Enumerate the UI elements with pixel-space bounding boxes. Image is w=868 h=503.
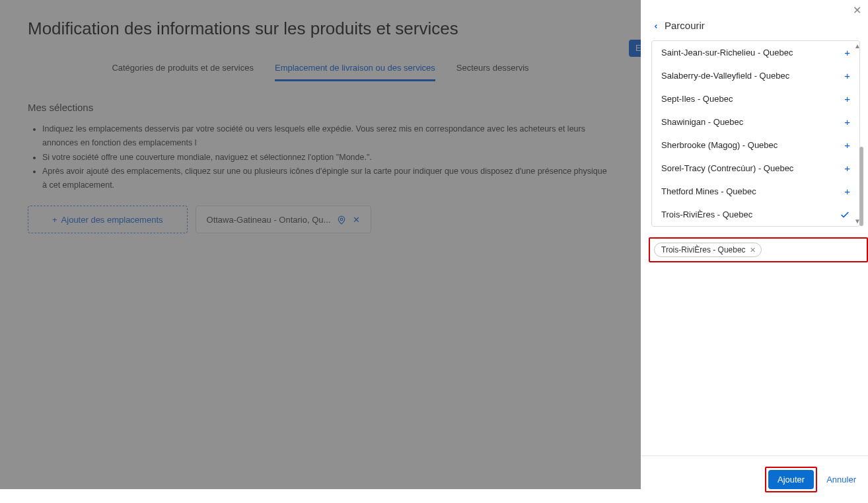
location-label: Trois-RiviÈres - Quebec [661, 210, 752, 219]
selected-location-chip: Trois-RiviÈres - Quebec ✕ [654, 243, 762, 257]
locations-listbox: ▲ Saint-Jean-sur-Richelieu - Quebec + Sa… [651, 40, 860, 227]
back-button[interactable] [653, 20, 659, 31]
location-label: Saint-Jean-sur-Richelieu - Quebec [661, 48, 793, 58]
scroll-up-icon[interactable]: ▲ [854, 42, 861, 50]
selected-chip-highlight: Trois-RiviÈres - Quebec ✕ [649, 237, 868, 262]
scrollbar-thumb[interactable] [859, 147, 863, 226]
cancel-button[interactable]: Annuler [826, 475, 856, 484]
remove-chip-icon[interactable]: ✕ [750, 246, 756, 254]
add-button[interactable]: Ajouter [768, 470, 814, 489]
location-option[interactable]: Saint-Jean-sur-Richelieu - Quebec + [652, 41, 859, 64]
location-option[interactable]: Sorel-Tracy (Contrecúur) - Quebec + [652, 157, 859, 180]
panel-title: Parcourir [665, 20, 705, 31]
location-label: Shawinigan - Quebec [661, 117, 743, 127]
selected-chip-label: Trois-RiviÈres - Quebec [661, 245, 746, 254]
location-option[interactable]: Thetford Mines - Quebec + [652, 180, 859, 203]
tab-shipping-location[interactable]: Emplacement de livraison ou des services [275, 59, 435, 81]
location-label: Sept-Iles - Quebec [661, 94, 733, 104]
locations-list[interactable]: Saint-Jean-sur-Richelieu - Quebec + Sala… [652, 41, 859, 226]
instructions-list: Indiquez les emplacements desservis par … [28, 122, 613, 192]
location-chip: Ottawa-Gatineau - Ontario, Qu... ✕ [196, 206, 372, 233]
instruction-item: Après avoir ajouté des emplacements, cli… [42, 165, 613, 193]
plus-icon: + [844, 116, 850, 128]
tab-categories[interactable]: Catégories de produits et de services [112, 59, 254, 81]
plus-icon: + [52, 215, 57, 225]
pin-icon[interactable] [337, 214, 346, 225]
instruction-item: Indiquez les emplacements desservis par … [42, 122, 613, 151]
panel-header: Parcourir [641, 0, 868, 40]
page-title: Modification des informations sur les pr… [28, 19, 613, 39]
location-label: Thetford Mines - Quebec [661, 186, 756, 196]
svg-point-0 [341, 218, 344, 221]
locations-row: + Ajouter des emplacements Ottawa-Gatine… [28, 206, 613, 233]
location-label: Sorel-Tracy (Contrecúur) - Quebec [661, 163, 793, 173]
plus-icon: + [844, 163, 850, 174]
plus-icon: + [844, 47, 850, 58]
location-option[interactable]: Sherbrooke (Magog) - Quebec + [652, 134, 859, 157]
plus-icon: + [844, 186, 850, 197]
location-option[interactable]: Sept-Iles - Quebec + [652, 87, 859, 110]
tab-sectors[interactable]: Secteurs desservis [456, 59, 529, 81]
close-icon[interactable]: ✕ [353, 215, 360, 225]
location-label: Salaberry-de-Valleyfield - Quebec [661, 71, 789, 81]
plus-icon: + [844, 70, 850, 81]
browse-side-panel: ✕ Parcourir ▲ Saint-Jean-sur-Richelieu -… [641, 0, 868, 503]
add-locations-label: Ajouter des emplacements [61, 215, 163, 225]
plus-icon: + [844, 139, 850, 151]
section-title: Mes sélections [28, 102, 613, 113]
instruction-item: Si votre société offre une couverture mo… [42, 151, 613, 165]
location-chip-label: Ottawa-Gatineau - Ontario, Qu... [207, 215, 331, 225]
main-page: Modification des informations sur les pr… [0, 0, 641, 489]
close-panel-button[interactable]: ✕ [853, 4, 861, 17]
add-locations-button[interactable]: + Ajouter des emplacements [28, 206, 188, 233]
plus-icon: + [844, 93, 850, 104]
location-label: Sherbrooke (Magog) - Quebec [661, 140, 778, 150]
add-button-highlight: Ajouter [765, 467, 817, 492]
chevron-left-icon [653, 23, 659, 30]
panel-footer: Ajouter Annuler [641, 455, 868, 503]
location-option[interactable]: Salaberry-de-Valleyfield - Quebec + [652, 64, 859, 87]
tabs-bar: Catégories de produits et de services Em… [28, 59, 613, 82]
location-option[interactable]: Shawinigan - Quebec + [652, 110, 859, 134]
check-icon [840, 209, 850, 220]
location-option-selected[interactable]: Trois-RiviÈres - Quebec [652, 203, 859, 226]
